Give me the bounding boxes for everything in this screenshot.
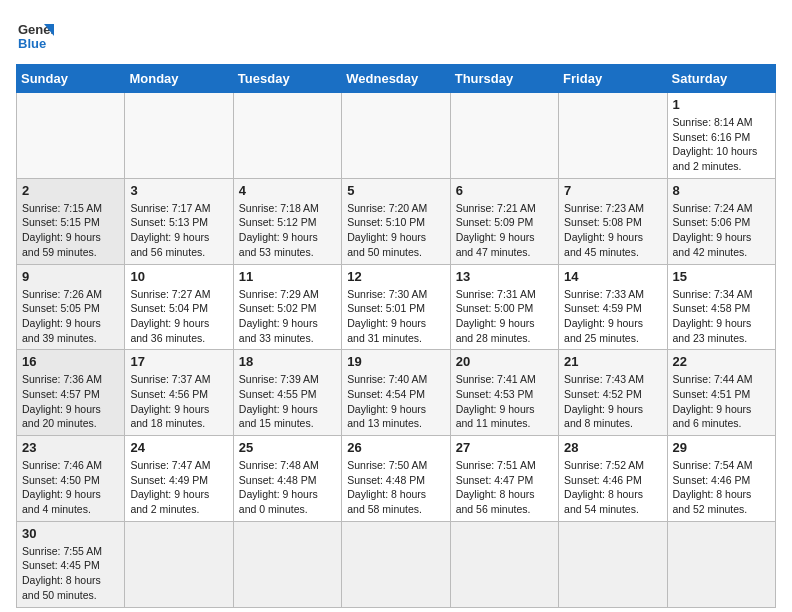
calendar-cell (450, 521, 558, 607)
weekday-header: Monday (125, 65, 233, 93)
day-number: 1 (673, 97, 770, 112)
calendar-cell: 1Sunrise: 8:14 AM Sunset: 6:16 PM Daylig… (667, 93, 775, 179)
day-number: 29 (673, 440, 770, 455)
day-number: 8 (673, 183, 770, 198)
calendar-cell: 16Sunrise: 7:36 AM Sunset: 4:57 PM Dayli… (17, 350, 125, 436)
day-info: Sunrise: 7:47 AM Sunset: 4:49 PM Dayligh… (130, 458, 227, 517)
day-number: 15 (673, 269, 770, 284)
day-info: Sunrise: 7:27 AM Sunset: 5:04 PM Dayligh… (130, 287, 227, 346)
day-number: 2 (22, 183, 119, 198)
day-info: Sunrise: 7:18 AM Sunset: 5:12 PM Dayligh… (239, 201, 336, 260)
day-number: 6 (456, 183, 553, 198)
day-info: Sunrise: 7:24 AM Sunset: 5:06 PM Dayligh… (673, 201, 770, 260)
calendar-cell: 18Sunrise: 7:39 AM Sunset: 4:55 PM Dayli… (233, 350, 341, 436)
calendar-cell: 5Sunrise: 7:20 AM Sunset: 5:10 PM Daylig… (342, 178, 450, 264)
day-number: 20 (456, 354, 553, 369)
day-info: Sunrise: 7:26 AM Sunset: 5:05 PM Dayligh… (22, 287, 119, 346)
calendar-cell: 20Sunrise: 7:41 AM Sunset: 4:53 PM Dayli… (450, 350, 558, 436)
weekday-header: Wednesday (342, 65, 450, 93)
day-number: 22 (673, 354, 770, 369)
day-number: 23 (22, 440, 119, 455)
weekday-header: Tuesday (233, 65, 341, 93)
calendar-cell: 3Sunrise: 7:17 AM Sunset: 5:13 PM Daylig… (125, 178, 233, 264)
calendar-cell (559, 521, 667, 607)
calendar-cell: 17Sunrise: 7:37 AM Sunset: 4:56 PM Dayli… (125, 350, 233, 436)
calendar-cell: 10Sunrise: 7:27 AM Sunset: 5:04 PM Dayli… (125, 264, 233, 350)
day-info: Sunrise: 8:14 AM Sunset: 6:16 PM Dayligh… (673, 115, 770, 174)
calendar-week-row: 2Sunrise: 7:15 AM Sunset: 5:15 PM Daylig… (17, 178, 776, 264)
calendar-cell (667, 521, 775, 607)
day-number: 4 (239, 183, 336, 198)
day-info: Sunrise: 7:44 AM Sunset: 4:51 PM Dayligh… (673, 372, 770, 431)
calendar-cell: 15Sunrise: 7:34 AM Sunset: 4:58 PM Dayli… (667, 264, 775, 350)
day-info: Sunrise: 7:21 AM Sunset: 5:09 PM Dayligh… (456, 201, 553, 260)
logo-icon: General Blue (16, 16, 54, 54)
calendar-cell: 23Sunrise: 7:46 AM Sunset: 4:50 PM Dayli… (17, 436, 125, 522)
calendar-cell (450, 93, 558, 179)
day-info: Sunrise: 7:37 AM Sunset: 4:56 PM Dayligh… (130, 372, 227, 431)
calendar-cell (233, 93, 341, 179)
day-number: 24 (130, 440, 227, 455)
calendar-cell (233, 521, 341, 607)
day-number: 9 (22, 269, 119, 284)
calendar-cell (17, 93, 125, 179)
calendar-cell (559, 93, 667, 179)
calendar-cell: 11Sunrise: 7:29 AM Sunset: 5:02 PM Dayli… (233, 264, 341, 350)
day-number: 5 (347, 183, 444, 198)
day-number: 27 (456, 440, 553, 455)
day-info: Sunrise: 7:30 AM Sunset: 5:01 PM Dayligh… (347, 287, 444, 346)
day-number: 14 (564, 269, 661, 284)
calendar-week-row: 30Sunrise: 7:55 AM Sunset: 4:45 PM Dayli… (17, 521, 776, 607)
day-info: Sunrise: 7:43 AM Sunset: 4:52 PM Dayligh… (564, 372, 661, 431)
weekday-header: Saturday (667, 65, 775, 93)
calendar-cell: 9Sunrise: 7:26 AM Sunset: 5:05 PM Daylig… (17, 264, 125, 350)
calendar-cell: 29Sunrise: 7:54 AM Sunset: 4:46 PM Dayli… (667, 436, 775, 522)
weekday-header: Friday (559, 65, 667, 93)
day-number: 3 (130, 183, 227, 198)
weekday-row: SundayMondayTuesdayWednesdayThursdayFrid… (17, 65, 776, 93)
calendar-cell: 25Sunrise: 7:48 AM Sunset: 4:48 PM Dayli… (233, 436, 341, 522)
day-info: Sunrise: 7:50 AM Sunset: 4:48 PM Dayligh… (347, 458, 444, 517)
calendar-cell: 19Sunrise: 7:40 AM Sunset: 4:54 PM Dayli… (342, 350, 450, 436)
svg-text:Blue: Blue (18, 36, 46, 51)
day-info: Sunrise: 7:46 AM Sunset: 4:50 PM Dayligh… (22, 458, 119, 517)
day-info: Sunrise: 7:54 AM Sunset: 4:46 PM Dayligh… (673, 458, 770, 517)
calendar-cell (342, 521, 450, 607)
calendar-cell (342, 93, 450, 179)
calendar-cell: 8Sunrise: 7:24 AM Sunset: 5:06 PM Daylig… (667, 178, 775, 264)
day-info: Sunrise: 7:55 AM Sunset: 4:45 PM Dayligh… (22, 544, 119, 603)
calendar-cell: 22Sunrise: 7:44 AM Sunset: 4:51 PM Dayli… (667, 350, 775, 436)
day-number: 17 (130, 354, 227, 369)
day-number: 12 (347, 269, 444, 284)
calendar-body: 1Sunrise: 8:14 AM Sunset: 6:16 PM Daylig… (17, 93, 776, 608)
calendar-cell: 30Sunrise: 7:55 AM Sunset: 4:45 PM Dayli… (17, 521, 125, 607)
weekday-header: Sunday (17, 65, 125, 93)
day-info: Sunrise: 7:39 AM Sunset: 4:55 PM Dayligh… (239, 372, 336, 431)
day-info: Sunrise: 7:31 AM Sunset: 5:00 PM Dayligh… (456, 287, 553, 346)
calendar-cell: 13Sunrise: 7:31 AM Sunset: 5:00 PM Dayli… (450, 264, 558, 350)
day-info: Sunrise: 7:51 AM Sunset: 4:47 PM Dayligh… (456, 458, 553, 517)
day-number: 21 (564, 354, 661, 369)
page-header: General Blue (16, 16, 776, 54)
calendar-cell: 27Sunrise: 7:51 AM Sunset: 4:47 PM Dayli… (450, 436, 558, 522)
calendar-cell (125, 521, 233, 607)
day-info: Sunrise: 7:15 AM Sunset: 5:15 PM Dayligh… (22, 201, 119, 260)
day-info: Sunrise: 7:29 AM Sunset: 5:02 PM Dayligh… (239, 287, 336, 346)
calendar-cell: 7Sunrise: 7:23 AM Sunset: 5:08 PM Daylig… (559, 178, 667, 264)
calendar-cell: 2Sunrise: 7:15 AM Sunset: 5:15 PM Daylig… (17, 178, 125, 264)
calendar-week-row: 23Sunrise: 7:46 AM Sunset: 4:50 PM Dayli… (17, 436, 776, 522)
day-number: 10 (130, 269, 227, 284)
calendar-cell: 14Sunrise: 7:33 AM Sunset: 4:59 PM Dayli… (559, 264, 667, 350)
weekday-header: Thursday (450, 65, 558, 93)
calendar-cell: 28Sunrise: 7:52 AM Sunset: 4:46 PM Dayli… (559, 436, 667, 522)
day-info: Sunrise: 7:52 AM Sunset: 4:46 PM Dayligh… (564, 458, 661, 517)
day-info: Sunrise: 7:34 AM Sunset: 4:58 PM Dayligh… (673, 287, 770, 346)
calendar-week-row: 9Sunrise: 7:26 AM Sunset: 5:05 PM Daylig… (17, 264, 776, 350)
day-number: 30 (22, 526, 119, 541)
day-number: 16 (22, 354, 119, 369)
day-number: 25 (239, 440, 336, 455)
day-number: 19 (347, 354, 444, 369)
calendar-week-row: 1Sunrise: 8:14 AM Sunset: 6:16 PM Daylig… (17, 93, 776, 179)
day-number: 13 (456, 269, 553, 284)
day-info: Sunrise: 7:23 AM Sunset: 5:08 PM Dayligh… (564, 201, 661, 260)
